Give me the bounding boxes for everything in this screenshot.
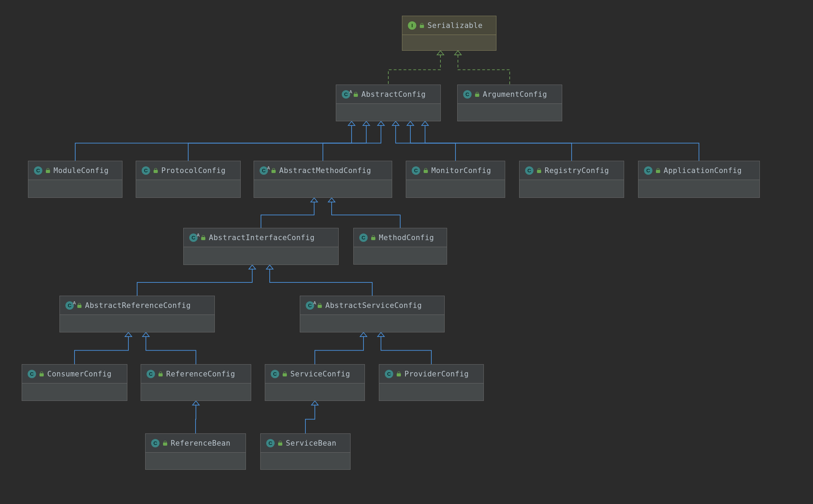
svg-marker-17 (311, 401, 318, 405)
class-icon: C (151, 439, 160, 447)
node-title: ReferenceConfig (166, 370, 235, 378)
class-node-methodconfig[interactable]: CMethodConfig (353, 228, 447, 265)
class-icon: CA (189, 233, 198, 242)
class-node-abstractmethodconfig[interactable]: CAAbstractMethodConfig (254, 161, 392, 198)
node-header: CProviderConfig (379, 365, 483, 383)
lock-icon (354, 92, 358, 97)
svg-marker-7 (422, 121, 428, 125)
svg-marker-10 (249, 265, 255, 269)
node-body (300, 315, 444, 332)
node-title: ProtocolConfig (161, 166, 226, 175)
node-header: CReferenceBean (146, 434, 246, 453)
svg-marker-1 (454, 51, 461, 55)
lock-icon (475, 92, 479, 97)
diagram-canvas: ISerializableCAAbstractConfigCArgumentCo… (0, 0, 813, 504)
node-title: ServiceBean (286, 439, 337, 447)
class-icon: CA (260, 166, 268, 175)
svg-marker-6 (407, 121, 413, 125)
lock-icon (420, 23, 424, 28)
class-icon: C (142, 166, 150, 175)
svg-marker-12 (125, 332, 132, 337)
class-node-monitorconfig[interactable]: CMonitorConfig (406, 161, 505, 198)
class-node-abstractconfig[interactable]: CAAbstractConfig (336, 85, 441, 121)
node-header: CAAbstractServiceConfig (300, 296, 444, 315)
class-icon: C (463, 90, 472, 99)
lock-icon (46, 168, 50, 173)
node-title: AbstractConfig (361, 90, 426, 99)
svg-marker-2 (348, 121, 355, 125)
node-header: CRegistryConfig (519, 161, 624, 180)
lock-icon (40, 372, 44, 376)
abstract-overlay-icon: A (313, 301, 316, 305)
node-title: AbstractMethodConfig (279, 166, 371, 175)
class-icon: C (385, 370, 393, 378)
class-icon: C (412, 166, 420, 175)
node-title: ProviderConfig (404, 370, 469, 378)
class-node-abstractinterfaceconfig[interactable]: CAAbstractInterfaceConfig (183, 228, 339, 265)
node-body (519, 180, 624, 197)
class-node-applicationconfig[interactable]: CApplicationConfig (638, 161, 760, 198)
abstract-overlay-icon: A (349, 89, 352, 94)
node-header: CAAbstractInterfaceConfig (184, 228, 338, 247)
lock-icon (278, 441, 282, 446)
lock-icon (537, 168, 541, 173)
lock-icon (656, 168, 660, 173)
class-node-abstractserviceconfig[interactable]: CAAbstractServiceConfig (300, 296, 445, 332)
class-node-serializable[interactable]: ISerializable (402, 16, 496, 51)
node-body (265, 383, 365, 401)
lock-icon (201, 235, 205, 240)
node-title: ModuleConfig (54, 166, 109, 175)
class-icon: C (34, 166, 42, 175)
class-node-protocolconfig[interactable]: CProtocolConfig (136, 161, 241, 198)
node-title: ServiceConfig (290, 370, 350, 378)
node-title: ConsumerConfig (47, 370, 112, 378)
node-body (254, 180, 392, 197)
class-icon: C (644, 166, 652, 175)
class-node-abstractreferenceconfig[interactable]: CAAbstractReferenceConfig (59, 296, 215, 332)
svg-marker-9 (328, 198, 335, 202)
class-node-consumerconfig[interactable]: CConsumerConfig (22, 364, 127, 401)
node-header: ISerializable (402, 16, 496, 35)
svg-marker-8 (311, 198, 317, 202)
node-title: ApplicationConfig (664, 166, 742, 175)
node-title: AbstractServiceConfig (325, 301, 422, 310)
node-header: CServiceConfig (265, 365, 365, 383)
svg-marker-14 (360, 332, 367, 337)
class-node-referencebean[interactable]: CReferenceBean (145, 433, 246, 470)
node-title: MonitorConfig (431, 166, 491, 175)
node-title: RegistryConfig (545, 166, 609, 175)
node-header: CMethodConfig (354, 228, 447, 247)
svg-marker-5 (392, 121, 399, 125)
node-header: CModuleConfig (28, 161, 122, 180)
node-header: CAAbstractConfig (336, 85, 440, 104)
class-node-serviceconfig[interactable]: CServiceConfig (265, 364, 365, 401)
class-node-providerconfig[interactable]: CProviderConfig (379, 364, 484, 401)
class-icon: C (28, 370, 36, 378)
class-icon: CA (306, 301, 314, 310)
lock-icon (154, 168, 158, 173)
svg-marker-11 (266, 265, 273, 269)
node-body (379, 383, 483, 401)
node-title: Serializable (427, 21, 483, 30)
node-body (136, 180, 240, 197)
node-body (184, 247, 338, 265)
node-body (141, 383, 251, 401)
node-body (146, 453, 246, 469)
lock-icon (424, 168, 428, 173)
class-node-moduleconfig[interactable]: CModuleConfig (28, 161, 122, 198)
lock-icon (371, 235, 375, 240)
class-node-servicebean[interactable]: CServiceBean (260, 433, 351, 470)
class-icon: C (271, 370, 279, 378)
interface-icon: I (408, 21, 416, 30)
lock-icon (318, 303, 322, 308)
node-title: MethodConfig (379, 233, 434, 242)
svg-marker-0 (437, 51, 444, 55)
class-node-argumentconfig[interactable]: CArgumentConfig (457, 85, 562, 121)
svg-marker-16 (192, 401, 199, 405)
lock-icon (77, 303, 82, 308)
node-header: CConsumerConfig (22, 365, 127, 383)
node-body (22, 383, 127, 401)
class-node-registryconfig[interactable]: CRegistryConfig (519, 161, 624, 198)
class-node-referenceconfig[interactable]: CReferenceConfig (141, 364, 251, 401)
node-header: CAAbstractMethodConfig (254, 161, 392, 180)
